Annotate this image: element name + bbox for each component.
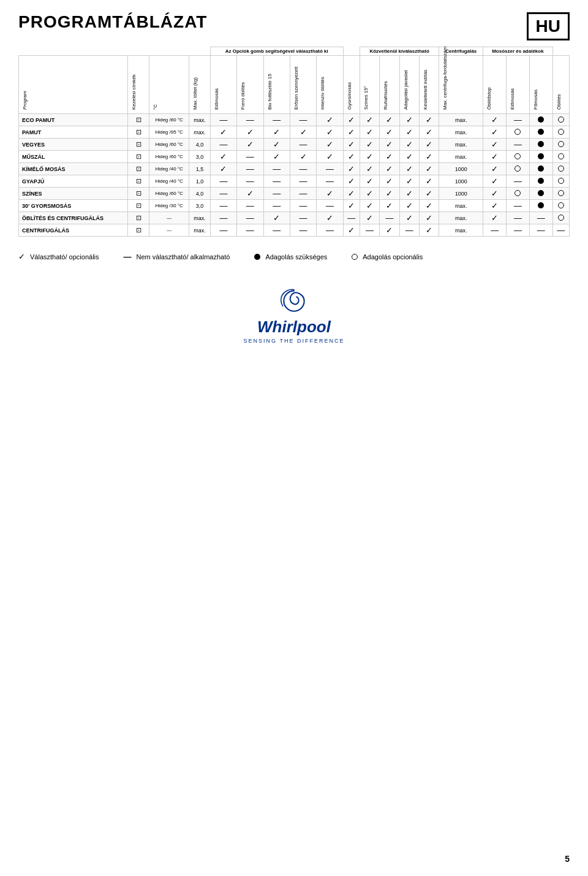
brand-tagline: SENSING THE DIFFERENCE (244, 338, 345, 344)
col-prewash-header: Előmosás (210, 56, 236, 114)
temp-cell: Hideg /60 °C (149, 188, 189, 200)
direct-group-header: Közvetlenül kiválasztható (360, 47, 439, 56)
dash-label: Nem választható/ alkalmazható (137, 253, 230, 261)
table-cell: ✓ (317, 151, 343, 163)
legend-check: ✓ Választható/ opcionális (18, 252, 99, 261)
table-cell: ✓ (380, 114, 399, 126)
table-row: KÍMÉLŐ MOSÁS⊡Hideg /40 °C1,5✓————✓✓✓✓✓10… (19, 163, 570, 175)
table-row: CENTRIFUGÁLÁS⊡—max.—————✓—✓—✓max.———— (19, 224, 570, 237)
rinsestop-label: Öblítőstop (485, 57, 493, 112)
col-intensive-header: Erősen szennyezett (290, 56, 316, 114)
table-cell: — (237, 151, 263, 163)
temp-cell: Hideg /95 °C (149, 126, 189, 139)
table-cell (552, 212, 569, 224)
table-cell: — (507, 139, 530, 151)
temp-cell: — (149, 224, 189, 237)
table-cell: ✓ (263, 126, 290, 139)
detergent-group-header: Mosószer és adalékok (483, 47, 552, 56)
table-cell: ✓ (290, 126, 316, 139)
table-cell: ✓ (483, 139, 507, 151)
table-cell: — (507, 175, 530, 188)
table-cell: — (317, 163, 343, 175)
table-cell: — (507, 212, 530, 224)
table-cell: — (237, 175, 263, 188)
table-row: MŰSZÁL⊡Hideg /60 °C3,0✓—✓✓✓✓✓✓✓✓max.✓ (19, 151, 570, 163)
col-maxrpm-header: Max. centrifuga-fordulatszám (ford./perc… (439, 56, 483, 114)
legend-dash: — Nem választható/ alkalmazható (124, 252, 230, 261)
table-cell: ✓ (380, 139, 399, 151)
table-cell: ✓ (263, 151, 290, 163)
whirlpool-swirl-icon (279, 286, 309, 316)
table-cell: ✓ (343, 163, 360, 175)
table-cell: ✓ (317, 139, 343, 151)
table-cell: max. (189, 212, 211, 224)
col-dosing-header: Adagolási javaslat (399, 56, 419, 114)
table-cell: SZÍNES (19, 188, 128, 200)
program-table: Az Opciók gomb segítségével választható … (18, 47, 570, 237)
table-row: ÖBLÍTÉS ÉS CENTRIFUGÁLÁS⊡—max.——✓—✓—✓—✓✓… (19, 212, 570, 224)
temp-cell: Hideg /30 °C (149, 200, 189, 212)
table-cell: max. (439, 114, 483, 126)
table-cell: — (290, 212, 316, 224)
care-symbol-icon: ⊡ (136, 140, 141, 148)
table-cell: ✓ (380, 151, 399, 163)
empty-dot-icon (558, 129, 564, 135)
table-cell: — (317, 175, 343, 188)
table-cell: PAMUT (19, 126, 128, 139)
table-cell: ✓ (380, 126, 399, 139)
table-cell: — (237, 224, 263, 237)
table-cell (529, 188, 552, 200)
care-icon-cell: ⊡ (128, 114, 149, 126)
table-cell: 30' GYORSMOSÁS (19, 200, 128, 212)
table-cell: ✓ (360, 163, 379, 175)
table-cell: — (237, 163, 263, 175)
temp-cell: Hideg /60 °C (149, 151, 189, 163)
table-cell: ✓ (360, 188, 379, 200)
care-icon-cell: ⊡ (128, 188, 149, 200)
whirlpool-logo: Whirlpool SENSING THE DIFFERENCE (244, 286, 345, 344)
check-label: Választható/ opcionális (30, 253, 99, 261)
table-cell: ✓ (210, 151, 236, 163)
table-cell: ✓ (343, 175, 360, 188)
table-cell: ✓ (399, 212, 419, 224)
table-cell: 3,0 (189, 151, 211, 163)
table-cell: ✓ (419, 114, 439, 126)
table-cell: ÖBLÍTÉS ÉS CENTRIFUGÁLÁS (19, 212, 128, 224)
table-cell (529, 200, 552, 212)
table-cell: ✓ (419, 200, 439, 212)
program-label: Program (21, 57, 29, 112)
table-row: SZÍNES⊡Hideg /60 °C4,0—✓——✓✓✓✓✓✓1000✓ (19, 188, 570, 200)
table-cell: — (317, 224, 343, 237)
pre2-label: Előmosás (508, 57, 516, 112)
table-cell: ✓ (399, 151, 419, 163)
table-cell: 1,5 (189, 163, 211, 175)
table-cell: ✓ (210, 163, 236, 175)
table-cell: max. (439, 224, 483, 237)
table-cell: — (483, 224, 507, 237)
table-cell: — (290, 175, 316, 188)
table-cell (507, 163, 530, 175)
table-cell: ✓ (399, 126, 419, 139)
table-cell: — (343, 212, 360, 224)
table-cell: ✓ (483, 126, 507, 139)
col-temp-header: °C (149, 56, 189, 114)
table-cell: ✓ (360, 126, 379, 139)
table-cell: 4,0 (189, 139, 211, 151)
empty-dot-icon (558, 141, 564, 147)
care-symbol-icon: ⊡ (136, 177, 141, 185)
table-cell: ✓ (419, 163, 439, 175)
table-cell: GYAPJÚ (19, 175, 128, 188)
table-cell: — (360, 224, 379, 237)
table-cell: ✓ (483, 188, 507, 200)
table-cell (529, 139, 552, 151)
empty-dot-icon (558, 190, 564, 196)
table-cell (552, 200, 569, 212)
lang-badge: HU (527, 12, 570, 40)
table-cell: ✓ (380, 200, 399, 212)
col-program-header: Program (19, 56, 128, 114)
legend: ✓ Választható/ opcionális — Nem választh… (18, 252, 570, 261)
table-cell: ✓ (360, 139, 379, 151)
colored-label: Színes 15° (362, 57, 370, 112)
program-table-wrapper: Az Opciók gomb segítségével választható … (18, 47, 570, 237)
check-icon: ✓ (18, 252, 25, 261)
